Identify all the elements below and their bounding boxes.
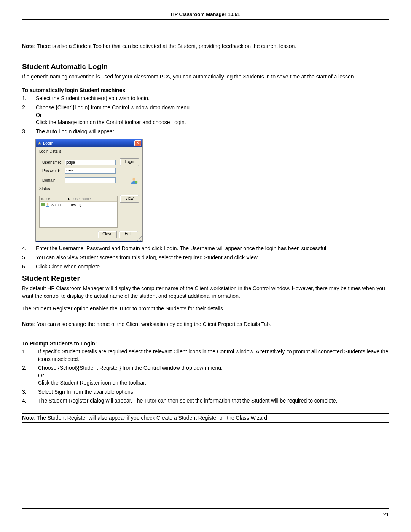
sort-icon: ▲ — [67, 196, 70, 201]
subhead-auto-login: To automatically login Student machines — [22, 87, 389, 93]
step-1: Select the Student machine(s) you wish t… — [22, 95, 389, 102]
col-user[interactable]: User Name — [72, 196, 117, 201]
svg-rect-1 — [135, 181, 138, 184]
step-2c: Click the Manage icon on the Control too… — [36, 119, 389, 126]
status-list[interactable]: Name ▲ User Name — [39, 196, 118, 228]
login-dialog: ★ Login × Login Details Username: Login … — [36, 139, 142, 242]
step-2b: Or — [36, 112, 389, 119]
register-p1: By default HP Classroom Manager will dis… — [22, 285, 389, 300]
step-6: Click Close when complete. — [22, 263, 389, 271]
star-icon: ★ — [38, 141, 41, 146]
dialog-title: Login — [43, 141, 53, 145]
step-5: You can also view Student screens from t… — [22, 254, 389, 262]
row-name: Sarah — [51, 203, 69, 207]
user-icon — [130, 176, 138, 185]
group-login-details: Login Details — [39, 149, 139, 153]
group-status: Status — [39, 187, 139, 191]
pstep-1: If specific Student details are required… — [22, 348, 389, 363]
close-button[interactable]: Close — [98, 231, 117, 238]
page-header: HP Classroom Manager 10.61 — [22, 11, 389, 20]
steps-auto-login-cont: Enter the Username, Password and Domain … — [22, 245, 389, 270]
pstep-4: The Student Register dialog will appear.… — [22, 397, 389, 405]
password-label: Password: — [39, 169, 65, 173]
username-input[interactable] — [65, 160, 116, 165]
password-input[interactable] — [65, 168, 116, 174]
steps-prompt-login: If specific Student details are required… — [22, 348, 389, 405]
col-name-label: Name — [41, 196, 50, 201]
domain-input[interactable] — [65, 177, 116, 183]
document-page: HP Classroom Manager 10.61 Note: There i… — [0, 0, 411, 532]
view-button[interactable]: View — [120, 195, 139, 203]
username-label: Username: — [39, 160, 65, 165]
note-box-wizard: Note: The Student Register will also app… — [22, 413, 389, 423]
note-text: : The Student Register will also appear … — [34, 415, 267, 421]
heading-student-register: Student Register — [22, 274, 389, 283]
step-4: Enter the Username, Password and Domain … — [22, 245, 389, 252]
col-name[interactable]: Name ▲ — [40, 196, 72, 201]
note-label: Note — [22, 43, 34, 49]
footer-rule — [22, 508, 389, 509]
intro-auto-login: If a generic naming convention is used f… — [22, 73, 389, 81]
svg-point-2 — [47, 203, 49, 205]
status-connected-icon — [41, 203, 45, 206]
note-label: Note — [22, 415, 34, 421]
dialog-titlebar[interactable]: ★ Login × — [36, 139, 142, 147]
student-icon — [45, 203, 50, 207]
row-user: Testing — [70, 203, 81, 207]
note-text: : There is also a Student Toolbar that c… — [34, 43, 296, 49]
heading-auto-login: Student Automatic Login — [22, 62, 389, 71]
pstep-2c: Click the Student Register icon on the t… — [38, 379, 389, 387]
note-text: : You can also change the name of the Cl… — [34, 321, 271, 327]
subhead-prompt-login: To Prompt Students to Login: — [22, 340, 389, 347]
pstep-3: Select Sign In from the available option… — [22, 388, 389, 396]
status-row[interactable]: Sarah Testing — [40, 202, 117, 208]
register-p2: The Student Register option enables the … — [22, 305, 389, 313]
note-label: Note — [22, 321, 34, 327]
pstep-2: Choose {School}{Student Register} from t… — [22, 364, 389, 387]
steps-auto-login: Select the Student machine(s) you wish t… — [22, 95, 389, 135]
step-3: The Auto Login dialog will appear. — [22, 128, 389, 136]
svg-point-0 — [132, 178, 135, 181]
step-2: Choose {Client}{Login} from the Control … — [22, 104, 389, 126]
page-number: 21 — [383, 511, 389, 518]
note-box-rename: Note: You can also change the name of th… — [22, 320, 389, 329]
pstep-2b: Or — [38, 372, 389, 380]
note-box-toolbar: Note: There is also a Student Toolbar th… — [22, 42, 389, 51]
help-button[interactable]: Help — [119, 231, 138, 238]
domain-label: Domain: — [39, 178, 65, 182]
pstep-2a: Choose {School}{Student Register} from t… — [38, 364, 389, 372]
close-icon[interactable]: × — [134, 140, 141, 146]
resize-grip-icon[interactable] — [137, 236, 142, 241]
login-button[interactable]: Login — [120, 158, 139, 166]
step-2a: Choose {Client}{Login} from the Control … — [36, 104, 389, 112]
